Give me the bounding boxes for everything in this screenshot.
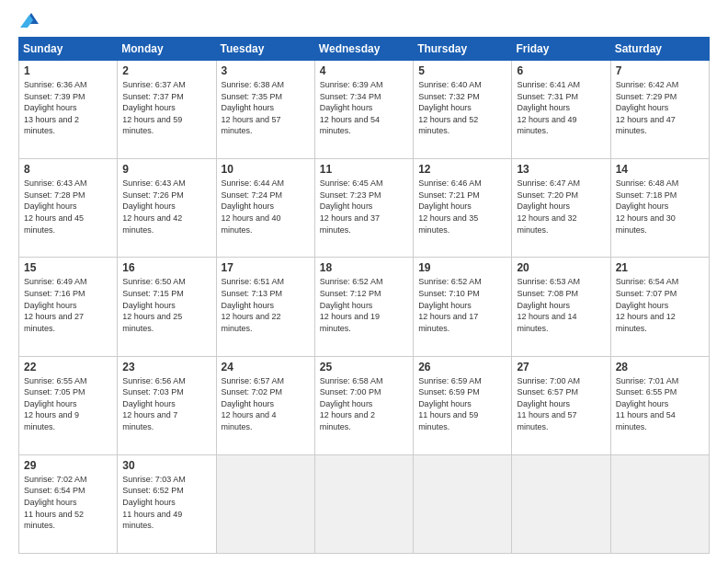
calendar-day-cell: 6 Sunrise: 6:41 AMSunset: 7:31 PMDayligh… (512, 61, 610, 159)
weekday-header: Sunday (19, 38, 118, 61)
weekday-header: Monday (118, 38, 216, 61)
calendar-day-cell: 8 Sunrise: 6:43 AMSunset: 7:28 PMDayligh… (19, 159, 118, 258)
day-info: Sunrise: 6:46 AMSunset: 7:21 PMDaylight … (418, 178, 482, 234)
day-info: Sunrise: 6:57 AMSunset: 7:02 PMDaylight … (222, 376, 285, 431)
calendar-day-cell: 14 Sunrise: 6:48 AMSunset: 7:18 PMDaylig… (610, 159, 709, 258)
day-number: 8 (24, 163, 112, 176)
day-number: 23 (122, 361, 210, 373)
day-info: Sunrise: 6:56 AMSunset: 7:03 PMDaylight … (122, 376, 186, 431)
calendar-day-cell: 23 Sunrise: 6:56 AMSunset: 7:03 PMDaylig… (118, 356, 216, 454)
calendar-day-cell: 10 Sunrise: 6:44 AMSunset: 7:24 PMDaylig… (216, 159, 314, 258)
day-number: 11 (320, 163, 408, 176)
calendar-day-cell: 25 Sunrise: 6:58 AMSunset: 7:00 PMDaylig… (314, 356, 413, 454)
day-number: 24 (222, 361, 310, 373)
calendar-day-cell: 28 Sunrise: 7:01 AMSunset: 6:55 PMDaylig… (610, 356, 709, 454)
calendar-day-cell (216, 454, 314, 553)
day-number: 28 (616, 361, 704, 373)
calendar-day-cell: 22 Sunrise: 6:55 AMSunset: 7:05 PMDaylig… (19, 356, 118, 454)
day-number: 18 (320, 261, 408, 274)
day-info: Sunrise: 6:43 AMSunset: 7:28 PMDaylight … (24, 178, 87, 234)
day-number: 9 (122, 163, 210, 176)
calendar-day-cell: 4 Sunrise: 6:39 AMSunset: 7:34 PMDayligh… (314, 61, 413, 159)
day-number: 7 (616, 64, 704, 77)
calendar-day-cell: 16 Sunrise: 6:50 AMSunset: 7:15 PMDaylig… (118, 258, 216, 356)
day-info: Sunrise: 6:39 AMSunset: 7:34 PMDaylight … (320, 80, 383, 135)
calendar-day-cell (414, 454, 512, 553)
header (18, 15, 710, 28)
day-number: 15 (24, 261, 112, 274)
day-number: 10 (222, 163, 310, 176)
calendar-day-cell: 29 Sunrise: 7:02 AMSunset: 6:54 PMDaylig… (19, 454, 118, 553)
day-info: Sunrise: 7:02 AMSunset: 6:54 PMDaylight … (24, 475, 87, 530)
day-info: Sunrise: 6:40 AMSunset: 7:32 PMDaylight … (418, 80, 482, 135)
day-info: Sunrise: 7:00 AMSunset: 6:57 PMDaylight … (517, 376, 580, 431)
day-info: Sunrise: 6:50 AMSunset: 7:15 PMDaylight … (122, 277, 186, 332)
day-number: 29 (24, 459, 112, 472)
calendar-day-cell: 30 Sunrise: 7:03 AMSunset: 6:52 PMDaylig… (118, 454, 216, 553)
calendar-day-cell: 2 Sunrise: 6:37 AMSunset: 7:37 PMDayligh… (118, 61, 216, 159)
calendar-week-row: 8 Sunrise: 6:43 AMSunset: 7:28 PMDayligh… (19, 159, 710, 258)
day-number: 27 (517, 361, 605, 373)
day-info: Sunrise: 6:52 AMSunset: 7:10 PMDaylight … (418, 277, 482, 332)
day-info: Sunrise: 6:54 AMSunset: 7:07 PMDaylight … (616, 277, 679, 332)
calendar-day-cell: 15 Sunrise: 6:49 AMSunset: 7:16 PMDaylig… (19, 258, 118, 356)
day-info: Sunrise: 6:53 AMSunset: 7:08 PMDaylight … (517, 277, 580, 332)
day-number: 1 (24, 64, 112, 77)
calendar-day-cell: 13 Sunrise: 6:47 AMSunset: 7:20 PMDaylig… (512, 159, 610, 258)
day-number: 20 (517, 261, 605, 274)
page: SundayMondayTuesdayWednesdayThursdayFrid… (0, 0, 728, 563)
day-number: 5 (418, 64, 506, 77)
calendar-week-row: 29 Sunrise: 7:02 AMSunset: 6:54 PMDaylig… (19, 454, 710, 553)
calendar-day-cell: 9 Sunrise: 6:43 AMSunset: 7:26 PMDayligh… (118, 159, 216, 258)
calendar-day-cell (314, 454, 413, 553)
day-number: 14 (616, 163, 704, 176)
day-info: Sunrise: 6:37 AMSunset: 7:37 PMDaylight … (122, 80, 186, 135)
weekday-header: Friday (512, 38, 610, 61)
calendar-day-cell: 17 Sunrise: 6:51 AMSunset: 7:13 PMDaylig… (216, 258, 314, 356)
day-number: 30 (122, 459, 210, 472)
calendar-day-cell: 11 Sunrise: 6:45 AMSunset: 7:23 PMDaylig… (314, 159, 413, 258)
day-info: Sunrise: 6:41 AMSunset: 7:31 PMDaylight … (517, 80, 580, 135)
calendar-day-cell (512, 454, 610, 553)
calendar-day-cell: 24 Sunrise: 6:57 AMSunset: 7:02 PMDaylig… (216, 356, 314, 454)
calendar-day-cell: 27 Sunrise: 7:00 AMSunset: 6:57 PMDaylig… (512, 356, 610, 454)
weekday-header: Wednesday (314, 38, 413, 61)
day-number: 22 (24, 361, 112, 373)
calendar-day-cell: 12 Sunrise: 6:46 AMSunset: 7:21 PMDaylig… (414, 159, 512, 258)
day-info: Sunrise: 6:59 AMSunset: 6:59 PMDaylight … (418, 376, 482, 431)
day-info: Sunrise: 6:44 AMSunset: 7:24 PMDaylight … (222, 178, 285, 234)
day-info: Sunrise: 6:55 AMSunset: 7:05 PMDaylight … (24, 376, 87, 431)
calendar-day-cell: 21 Sunrise: 6:54 AMSunset: 7:07 PMDaylig… (610, 258, 709, 356)
day-info: Sunrise: 6:36 AMSunset: 7:39 PMDaylight … (24, 80, 87, 135)
day-info: Sunrise: 6:48 AMSunset: 7:18 PMDaylight … (616, 178, 679, 234)
calendar-week-row: 15 Sunrise: 6:49 AMSunset: 7:16 PMDaylig… (19, 258, 710, 356)
day-number: 21 (616, 261, 704, 274)
calendar-day-cell: 5 Sunrise: 6:40 AMSunset: 7:32 PMDayligh… (414, 61, 512, 159)
weekday-header: Thursday (414, 38, 512, 61)
day-info: Sunrise: 6:47 AMSunset: 7:20 PMDaylight … (517, 178, 580, 234)
calendar-day-cell: 20 Sunrise: 6:53 AMSunset: 7:08 PMDaylig… (512, 258, 610, 356)
day-info: Sunrise: 6:52 AMSunset: 7:12 PMDaylight … (320, 277, 383, 332)
day-number: 17 (222, 261, 310, 274)
calendar-table: SundayMondayTuesdayWednesdayThursdayFrid… (18, 37, 710, 554)
day-number: 19 (418, 261, 506, 274)
calendar-day-cell (610, 454, 709, 553)
day-info: Sunrise: 6:43 AMSunset: 7:26 PMDaylight … (122, 178, 186, 234)
day-info: Sunrise: 6:51 AMSunset: 7:13 PMDaylight … (222, 277, 285, 332)
calendar-week-row: 1 Sunrise: 6:36 AMSunset: 7:39 PMDayligh… (19, 61, 710, 159)
logo (18, 15, 40, 28)
day-info: Sunrise: 6:42 AMSunset: 7:29 PMDaylight … (616, 80, 679, 135)
day-number: 3 (222, 64, 310, 77)
weekday-header: Tuesday (216, 38, 314, 61)
calendar-week-row: 22 Sunrise: 6:55 AMSunset: 7:05 PMDaylig… (19, 356, 710, 454)
calendar-day-cell: 1 Sunrise: 6:36 AMSunset: 7:39 PMDayligh… (19, 61, 118, 159)
day-number: 25 (320, 361, 408, 373)
calendar-header-row: SundayMondayTuesdayWednesdayThursdayFrid… (19, 38, 710, 61)
day-number: 26 (418, 361, 506, 373)
day-number: 2 (122, 64, 210, 77)
day-info: Sunrise: 7:01 AMSunset: 6:55 PMDaylight … (616, 376, 679, 431)
day-info: Sunrise: 7:03 AMSunset: 6:52 PMDaylight … (122, 475, 186, 530)
weekday-header: Saturday (610, 38, 709, 61)
calendar-day-cell: 7 Sunrise: 6:42 AMSunset: 7:29 PMDayligh… (610, 61, 709, 159)
calendar-day-cell: 3 Sunrise: 6:38 AMSunset: 7:35 PMDayligh… (216, 61, 314, 159)
